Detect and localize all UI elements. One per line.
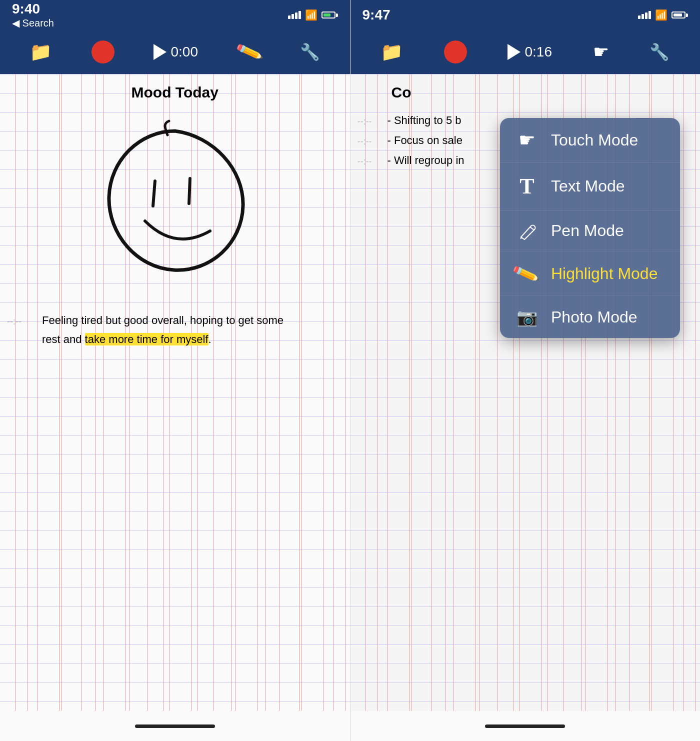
timestamp-right3: --:-- [358,151,388,171]
record-icon-right [444,40,467,64]
pen-mode-icon [514,222,540,240]
menu-item-pen[interactable]: Pen Mode [500,210,680,252]
status-icons-left: 📶 [288,9,338,21]
home-indicator-right [350,711,700,741]
status-bar-left: 9:40 ◀ Search 📶 [0,0,350,30]
note-suffix: . [208,333,212,346]
photo-mode-icon: 📷 [514,307,540,327]
note-prefix: rest and [42,333,85,346]
timestamp-right2: --:-- [358,131,388,151]
notebook-title: Mood Today [0,74,350,106]
folder-button[interactable]: 📁 [30,42,52,62]
highlight-mode-icon: ✏️ [511,258,543,288]
settings-button-right[interactable]: 🔧 [650,42,670,62]
mode-dropdown: ☛ Touch Mode T Text Mode Pen Mode [500,118,680,338]
text-mode-label: Text Mode [551,177,625,196]
text-mode-icon: T [514,174,540,199]
folder-button-right[interactable]: 📁 [380,42,403,62]
dropdown-arrow [636,118,650,119]
menu-item-highlight[interactable]: ✏️ Highlight Mode [500,252,680,296]
play-icon-right [508,44,520,60]
right-note-line3: - Will regroup in [388,151,464,170]
home-indicator-left [0,711,350,741]
signal-icon-right [638,11,651,19]
mode-selector-button[interactable]: ☛ [593,42,609,62]
menu-item-touch[interactable]: ☛ Touch Mode [500,118,680,162]
right-note-line1: - Shifting to 5 b [388,111,462,130]
timestamp-left: --:-- [7,311,37,331]
play-icon [154,44,166,60]
hand-cursor-icon: ☛ [593,42,609,62]
play-button-right[interactable]: 0:16 [508,44,552,60]
photo-mode-label: Photo Mode [551,308,638,326]
record-icon [92,40,114,64]
status-bar-right: 9:47 📶 [350,0,700,30]
touch-mode-icon: ☛ [514,129,540,151]
highlight-mode-label: Highlight Mode [551,264,658,283]
record-button[interactable] [92,40,114,64]
signal-icon [288,11,301,19]
notebook-left: Mood Today --:-- Feeling tired but [0,74,350,711]
folder-icon-right: 📁 [380,42,403,62]
timer-right: 0:16 [524,44,552,60]
wifi-icon: 📶 [305,9,318,21]
touch-mode-label: Touch Mode [551,131,638,150]
note-line1: Feeling tired but good overall, hoping t… [42,311,284,330]
menu-item-text[interactable]: T Text Mode [500,162,680,210]
toolbar-right: 📁 0:16 ☛ 🔧 [350,30,700,74]
wifi-icon-right: 📶 [655,9,668,21]
back-button-left[interactable]: ◀ Search [12,17,54,29]
wrench-icon-right: 🔧 [650,42,670,62]
home-bar-right [485,724,565,728]
record-button-right[interactable] [444,40,467,64]
highlight-icon: ✏️ [234,38,264,66]
right-note-line2: - Focus on sale [388,131,462,150]
pen-mode-label: Pen Mode [551,222,624,240]
timestamp-right1: --:-- [358,111,388,131]
time-right: 9:47 [362,7,390,23]
left-panel: 9:40 ◀ Search 📶 📁 [0,0,350,741]
notebook-right: Co --:-- - Shifting to 5 b --:-- - Focus… [350,74,700,711]
time-left: 9:40 [12,1,40,17]
timer-left: 0:00 [170,44,198,60]
folder-icon: 📁 [30,42,52,62]
status-icons-right: 📶 [638,9,688,21]
note-highlighted: take more time for myself [85,333,208,346]
battery-icon [322,12,338,18]
settings-button[interactable]: 🔧 [300,42,320,62]
home-bar-left [135,724,215,728]
right-title-partial: Co [350,74,700,106]
toolbar-left: 📁 0:00 ✏️ 🔧 [0,30,350,74]
play-button[interactable]: 0:00 [154,44,198,60]
highlight-button[interactable]: ✏️ [238,41,261,63]
wrench-icon: 🔧 [300,42,320,62]
menu-item-photo[interactable]: 📷 Photo Mode [500,296,680,338]
smiley-drawing [0,106,350,291]
note-line2: rest and take more time for myself. [42,330,284,349]
battery-icon-right [672,12,688,18]
right-panel: 9:47 📶 📁 0:16 [350,0,700,741]
